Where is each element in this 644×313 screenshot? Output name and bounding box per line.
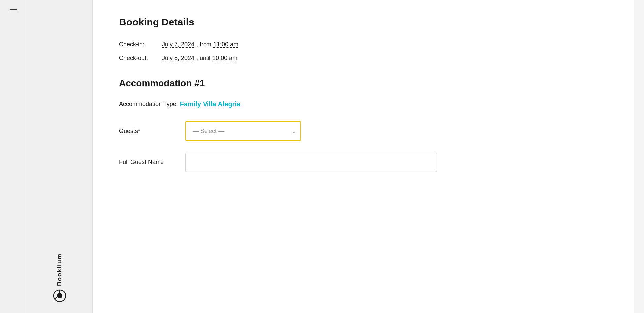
accommodation-type-value: Family Villa Alegria bbox=[180, 100, 240, 108]
checkin-time: 11:00 am bbox=[213, 41, 238, 48]
guests-required-asterisk: * bbox=[138, 128, 140, 134]
checkout-date: July 8, 2024 bbox=[162, 55, 194, 62]
checkin-label: Check-in: bbox=[119, 41, 162, 48]
guests-select[interactable]: — Select — 1 2 3 4 5 6 bbox=[185, 121, 301, 141]
main-content: Booking Details Check-in: July 7, 2024 ,… bbox=[93, 0, 634, 313]
guests-label: Guests* bbox=[119, 128, 185, 135]
accommodation-title: Accommodation #1 bbox=[119, 78, 608, 89]
checkout-row: Check-out: July 8, 2024 , until 10:00 am bbox=[119, 55, 608, 62]
sidebar-icon-bar bbox=[0, 0, 26, 313]
accommodation-section: Accommodation #1 Accommodation Type: Fam… bbox=[119, 78, 608, 172]
hamburger-menu-button[interactable] bbox=[7, 7, 20, 15]
brand-area: Booklium bbox=[52, 253, 67, 303]
booking-details-section: Booking Details Check-in: July 7, 2024 ,… bbox=[119, 17, 608, 62]
brand-logo-icon bbox=[52, 289, 67, 303]
guests-form-row: Guests* — Select — 1 2 3 4 5 6 ⌄ bbox=[119, 121, 608, 141]
sidebar-panel: Booklium bbox=[26, 0, 93, 313]
checkin-separator: , from bbox=[196, 41, 211, 48]
right-scrollbar-panel bbox=[634, 0, 644, 313]
checkout-separator: , until bbox=[196, 55, 210, 62]
accommodation-type-row: Accommodation Type: Family Villa Alegria bbox=[119, 100, 608, 108]
guests-label-text: Guests bbox=[119, 128, 138, 134]
guests-select-wrapper: — Select — 1 2 3 4 5 6 ⌄ bbox=[185, 121, 301, 141]
full-name-form-row: Full Guest Name bbox=[119, 153, 608, 172]
checkin-date: July 7, 2024 bbox=[162, 41, 194, 48]
brand-name: Booklium bbox=[56, 253, 63, 286]
page-title: Booking Details bbox=[119, 17, 608, 28]
checkin-row: Check-in: July 7, 2024 , from 11:00 am bbox=[119, 41, 608, 48]
full-name-label: Full Guest Name bbox=[119, 159, 185, 166]
svg-point-1 bbox=[57, 293, 62, 298]
accommodation-type-label: Accommodation Type: bbox=[119, 101, 178, 108]
hamburger-line-2 bbox=[10, 12, 17, 12]
checkout-time: 10:00 am bbox=[212, 55, 237, 62]
full-name-input[interactable] bbox=[185, 153, 437, 172]
checkout-label: Check-out: bbox=[119, 55, 162, 62]
hamburger-line-1 bbox=[10, 9, 17, 10]
svg-line-3 bbox=[54, 297, 57, 299]
